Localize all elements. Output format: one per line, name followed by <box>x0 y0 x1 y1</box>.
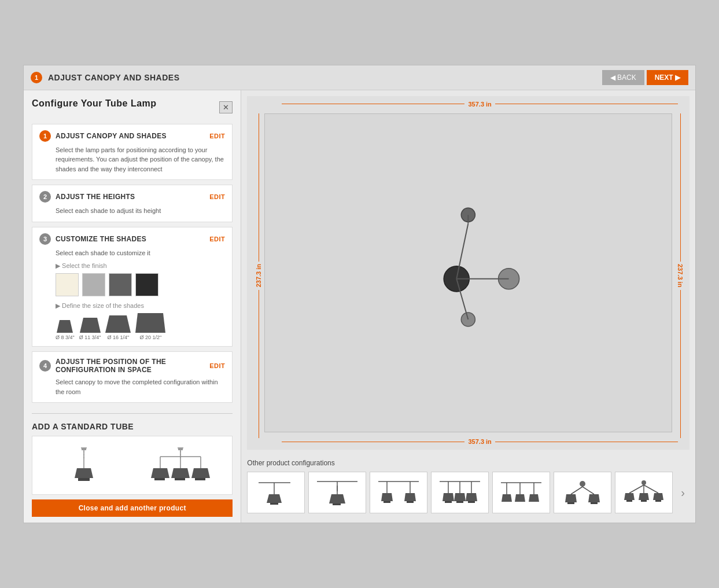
config-thumb-4[interactable] <box>431 472 489 513</box>
config-thumb-3[interactable] <box>370 472 427 513</box>
step-1-header-left: 1 ADJUST CANOPY AND SHADES <box>39 130 167 142</box>
shade-2-label: Ø 11 3/4" <box>79 335 101 340</box>
svg-marker-69 <box>588 494 600 502</box>
tube-option-2[interactable] <box>135 442 227 488</box>
dim-height-left: 237.3 in <box>255 262 262 289</box>
panel-title: Configure Your Tube Lamp <box>32 98 157 109</box>
svg-rect-70 <box>567 502 574 504</box>
step-3-badge: 3 <box>39 233 51 245</box>
right-panel: 357.3 in 357.3 in 237.3 in <box>241 90 695 523</box>
left-panel: Configure Your Tube Lamp ✕ 1 ADJUST CANO… <box>24 90 241 523</box>
svg-rect-51 <box>445 501 452 503</box>
step-3-title: CUSTOMIZE THE SHADES <box>56 235 146 243</box>
svg-marker-64 <box>529 494 539 502</box>
swatch-4[interactable] <box>135 273 158 296</box>
tube-options <box>32 436 233 495</box>
svg-rect-9 <box>78 478 90 481</box>
svg-rect-17 <box>154 478 165 480</box>
svg-marker-39 <box>329 494 345 504</box>
config-thumb-7[interactable] <box>615 472 673 513</box>
svg-rect-47 <box>407 501 414 503</box>
tube-option-1[interactable] <box>38 442 130 488</box>
svg-point-65 <box>580 481 585 487</box>
finish-label[interactable]: ▶ Select the finish <box>56 262 225 270</box>
svg-marker-19 <box>171 468 190 478</box>
step-1-section: 1 ADJUST CANOPY AND SHADES EDIT Select t… <box>32 124 233 181</box>
other-configs: Other product configurations <box>247 455 689 517</box>
step-4-header: 4 ADJUST THE POSITION OF THE CONFIGURATI… <box>39 358 225 374</box>
svg-marker-46 <box>404 493 416 501</box>
step-2-edit-link[interactable]: EDIT <box>209 193 225 200</box>
next-button[interactable]: NEXT ▶ <box>647 70 688 85</box>
config-thumb-1[interactable] <box>247 472 305 513</box>
config-thumb-5[interactable] <box>492 472 550 513</box>
configs-next-button[interactable]: › <box>676 484 689 502</box>
svg-marker-76 <box>624 493 635 500</box>
step-2-badge: 2 <box>39 191 51 203</box>
shade-item-1[interactable]: Ø 8 3/4" <box>56 320 75 340</box>
config-thumb-2[interactable] <box>308 472 366 513</box>
svg-marker-43 <box>381 493 393 501</box>
svg-marker-1 <box>80 318 101 333</box>
step-3-edit-link[interactable]: EDIT <box>209 236 225 242</box>
step-3-section: 3 CUSTOMIZE THE SHADES EDIT Select each … <box>32 227 233 347</box>
shade-item-4[interactable]: Ø 20 1/2" <box>135 313 165 340</box>
svg-marker-3 <box>135 313 165 333</box>
svg-rect-77 <box>626 500 632 502</box>
content-row: Configure Your Tube Lamp ✕ 1 ADJUST CANO… <box>24 90 695 523</box>
step-3-header: 3 CUSTOMIZE THE SHADES EDIT <box>39 233 225 245</box>
finish-swatches <box>56 273 225 296</box>
shade-4-label: Ø 20 1/2" <box>140 335 162 340</box>
svg-marker-34 <box>267 494 282 503</box>
step-4-title: ADJUST THE POSITION OF THE CONFIGURATION… <box>56 358 209 374</box>
svg-rect-81 <box>655 500 661 502</box>
svg-rect-6 <box>82 448 86 450</box>
swatch-3[interactable] <box>109 273 132 296</box>
swatch-1[interactable] <box>56 273 79 296</box>
header-step-title: ADJUST CANOPY AND SHADES <box>48 73 179 82</box>
close-add-btn[interactable]: Close and add another product <box>32 499 233 517</box>
svg-marker-2 <box>105 315 131 333</box>
shade-item-3[interactable]: Ø 16 1/4" <box>105 315 131 340</box>
svg-marker-68 <box>565 494 577 502</box>
room-canvas <box>264 113 672 433</box>
svg-rect-54 <box>456 501 463 503</box>
svg-rect-57 <box>468 501 475 503</box>
svg-rect-71 <box>591 502 598 504</box>
step-1-badge: 1 <box>39 130 51 142</box>
swatch-2[interactable] <box>82 273 105 296</box>
step-4-badge: 4 <box>39 360 51 372</box>
finish-label-text: ▶ Select the finish <box>56 262 107 270</box>
svg-rect-35 <box>270 503 278 505</box>
step-1-title: ADJUST CANOPY AND SHADES <box>56 132 167 140</box>
svg-marker-56 <box>466 493 477 501</box>
step-2-header-left: 2 ADJUST THE HEIGHTS <box>39 191 135 203</box>
step-2-header: 2 ADJUST THE HEIGHTS EDIT <box>39 191 225 203</box>
svg-line-67 <box>582 487 594 494</box>
svg-marker-16 <box>151 468 169 478</box>
svg-marker-50 <box>443 493 454 501</box>
step-2-desc: Select each shade to adjust its height <box>56 206 225 216</box>
svg-point-72 <box>641 480 646 485</box>
step-1-header: 1 ADJUST CANOPY AND SHADES EDIT <box>39 130 225 142</box>
step-4-desc: Select canopy to move the completed conf… <box>56 377 225 396</box>
back-button[interactable]: ◀ BACK <box>602 70 644 85</box>
svg-rect-44 <box>384 501 390 503</box>
size-label[interactable]: ▶ Define the size of the shades <box>56 302 225 310</box>
other-configs-title: Other product configurations <box>247 459 689 467</box>
svg-rect-23 <box>195 478 205 480</box>
add-tube-title: ADD A STANDARD TUBE <box>32 422 233 431</box>
shade-1-label: Ø 8 3/4" <box>56 335 75 340</box>
shade-item-2[interactable]: Ø 11 3/4" <box>79 318 101 340</box>
svg-marker-80 <box>653 493 663 500</box>
step-4-edit-link[interactable]: EDIT <box>209 362 225 369</box>
divider-1 <box>32 413 233 414</box>
config-thumb-6[interactable] <box>554 472 611 513</box>
svg-line-73 <box>629 485 644 493</box>
main-container: 1 ADJUST CANOPY AND SHADES ◀ BACK NEXT ▶… <box>23 65 696 524</box>
step-4-header-left: 4 ADJUST THE POSITION OF THE CONFIGURATI… <box>39 358 209 374</box>
step-1-edit-link[interactable]: EDIT <box>209 133 225 139</box>
top-bar-left: 1 ADJUST CANOPY AND SHADES <box>31 72 179 83</box>
close-icon[interactable]: ✕ <box>219 101 233 113</box>
svg-rect-79 <box>641 500 647 502</box>
